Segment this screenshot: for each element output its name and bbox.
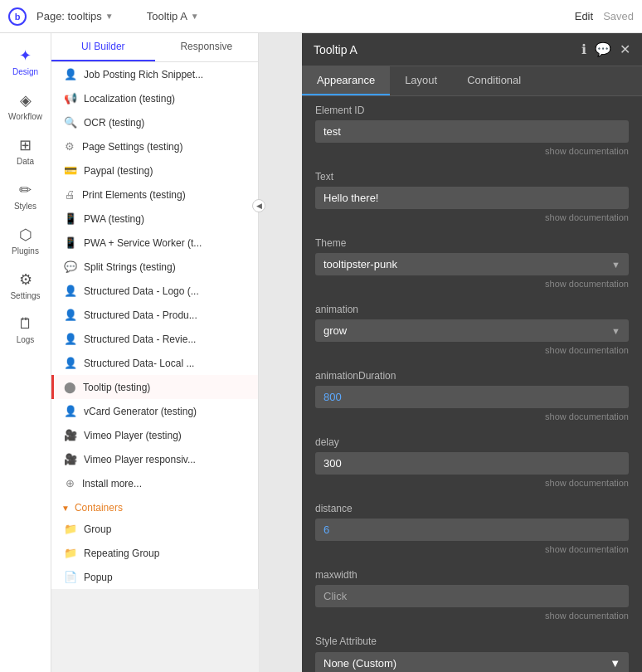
saved-label: Saved: [603, 10, 634, 22]
plugin-list-item[interactable]: 📢Localization (testing): [51, 86, 258, 110]
animation-value: grow: [323, 324, 347, 337]
text-show-doc[interactable]: show documentation: [315, 212, 629, 227]
page-chevron-icon: ▼: [105, 12, 114, 21]
container-list-item[interactable]: 📁Group: [51, 517, 258, 541]
distance-input[interactable]: 6: [315, 519, 629, 541]
containers-section-header[interactable]: ▼Containers: [51, 495, 258, 517]
text-input[interactable]: Hello there!: [315, 187, 629, 209]
plugin-item-icon: ⚙: [64, 140, 75, 153]
plugin-item-label: PWA + Service Worker (t...: [84, 237, 202, 249]
plugin-list-item[interactable]: 👤Structured Data - Produ...: [51, 303, 258, 327]
edit-button[interactable]: Edit: [575, 10, 593, 22]
tab-ui-builder[interactable]: UI Builder: [51, 33, 155, 61]
delay-input[interactable]: 300: [315, 452, 629, 475]
sidebar-item-label-plugins: Plugins: [12, 246, 39, 256]
sidebar-item-data[interactable]: ⊞ Data: [0, 129, 51, 173]
sidebar-item-workflow[interactable]: ◈ Workflow: [0, 85, 51, 128]
plugin-item-label: Page Settings (testing): [82, 141, 182, 153]
plugin-list-item[interactable]: ⊕Install more...: [51, 471, 258, 495]
plugin-item-label: Vimeo Player responsiv...: [84, 454, 196, 465]
plugin-item-icon: 🖨: [64, 188, 75, 201]
styles-icon: ✏: [19, 181, 32, 199]
plugin-item-icon: 🔍: [64, 116, 77, 129]
plugin-item-label: Vimeo Player (testing): [84, 430, 182, 441]
field-animation: animation grow ▼ show documentation: [302, 295, 642, 362]
workflow-icon: ◈: [20, 91, 32, 110]
plugin-item-icon: ⬤: [64, 381, 76, 393]
sidebar-item-label-settings: Settings: [10, 291, 40, 300]
animation-duration-input[interactable]: 800: [315, 386, 629, 408]
animation-duration-show-doc[interactable]: show documentation: [315, 411, 629, 426]
plugin-item-label: PWA (testing): [84, 213, 144, 225]
plugin-list-item[interactable]: ⬤Tooltip (testing): [51, 375, 258, 399]
plugin-list-item[interactable]: 💳Paypal (testing): [51, 158, 258, 183]
sidebar-item-settings[interactable]: ⚙ Settings: [0, 264, 51, 307]
plugin-list-item[interactable]: 🖨Print Elements (testing): [51, 183, 258, 207]
plugin-item-label: Paypal (testing): [84, 165, 153, 177]
container-item-label: Repeating Group: [84, 548, 159, 559]
theme-value: tooltipster-punk: [323, 258, 397, 270]
tooltip-selector[interactable]: Tooltip A ▼: [147, 10, 565, 22]
sidebar-item-label-data: Data: [17, 157, 34, 166]
animation-select[interactable]: grow ▼: [315, 319, 629, 342]
plugin-list-item[interactable]: ⚙Page Settings (testing): [51, 134, 258, 158]
container-list-item[interactable]: 📁Repeating Group: [51, 541, 258, 565]
plugin-item-label: Structured Data - Revie...: [84, 334, 196, 345]
container-list-item[interactable]: 📄Popup: [51, 565, 258, 589]
sidebar-item-plugins[interactable]: ⬡ Plugins: [0, 219, 51, 262]
plugin-list-item[interactable]: 👤vCard Generator (testing): [51, 399, 258, 423]
plugin-list-item[interactable]: 💬Split Strings (testing): [51, 255, 258, 279]
tab-responsive[interactable]: Responsive: [155, 33, 259, 61]
distance-show-doc[interactable]: show documentation: [315, 543, 629, 559]
sidebar-item-logs[interactable]: 🗒 Logs: [0, 309, 51, 351]
tooltip-panel-header: Tooltip A ℹ 💬 ✕: [302, 33, 642, 66]
plugin-list-item[interactable]: 👤Structured Data - Revie...: [51, 327, 258, 351]
plugin-item-label: Structured Data - Produ...: [84, 309, 197, 321]
animation-show-doc[interactable]: show documentation: [315, 344, 629, 360]
plugin-list: UI Builder Responsive 👤Job Posting Rich …: [51, 33, 259, 589]
plugin-list-item[interactable]: 🎥Vimeo Player responsiv...: [51, 447, 258, 471]
plugin-list-item[interactable]: 🔍OCR (testing): [51, 110, 258, 134]
container-item-label: Popup: [84, 572, 113, 583]
plugins-icon: ⬡: [19, 226, 32, 244]
plugin-item-icon: ⊕: [64, 477, 75, 489]
plugin-list-wrapper: UI Builder Responsive 👤Job Posting Rich …: [51, 33, 259, 672]
element-id-input[interactable]: test: [315, 120, 629, 143]
plugin-list-item[interactable]: 👤Structured Data- Local ...: [51, 351, 258, 375]
animation-duration-label: animationDuration: [315, 370, 629, 382]
top-bar: b Page: tooltips ▼ Tooltip A ▼ Edit Save…: [0, 0, 642, 33]
delay-show-doc[interactable]: show documentation: [315, 477, 629, 493]
plugin-list-item[interactable]: 👤Job Posting Rich Snippet...: [51, 62, 258, 86]
chat-icon[interactable]: 💬: [595, 41, 611, 57]
theme-show-doc[interactable]: show documentation: [315, 278, 629, 294]
plugin-list-item[interactable]: 📱PWA (testing): [51, 207, 258, 231]
maxwidth-input[interactable]: Click: [315, 585, 629, 607]
tab-layout[interactable]: Layout: [390, 66, 452, 95]
style-attribute-select[interactable]: None (Custom) ▼: [315, 652, 629, 672]
tooltip-panel-title: Tooltip A: [314, 43, 575, 56]
sidebar-item-label-design: Design: [12, 67, 38, 76]
element-id-show-doc[interactable]: show documentation: [315, 145, 629, 161]
info-icon[interactable]: ℹ: [581, 41, 586, 57]
sidebar-item-styles[interactable]: ✏ Styles: [0, 174, 51, 217]
text-label: Text: [315, 171, 629, 183]
collapse-button[interactable]: ◀: [252, 199, 265, 212]
tab-conditional[interactable]: Conditional: [452, 66, 536, 95]
plugin-list-item[interactable]: 📱PWA + Service Worker (t...: [51, 231, 258, 255]
field-theme: Theme tooltipster-punk ▼ show documentat…: [302, 229, 642, 295]
plugin-list-item[interactable]: 👤Structured Data - Logo (...: [51, 279, 258, 303]
plugin-item-icon: 🎥: [64, 429, 77, 441]
tab-appearance[interactable]: Appearance: [302, 66, 390, 95]
maxwidth-show-doc[interactable]: show documentation: [315, 610, 629, 626]
plugin-item-label: Localization (testing): [84, 93, 175, 105]
animation-chevron-icon: ▼: [611, 326, 620, 336]
plugin-list-item[interactable]: 🎥Vimeo Player (testing): [51, 423, 258, 447]
close-icon[interactable]: ✕: [620, 41, 630, 57]
main-layout: ✦ Design ◈ Workflow ⊞ Data ✏ Styles ⬡ Pl…: [0, 33, 642, 672]
sidebar-item-design[interactable]: ✦ Design: [0, 40, 51, 83]
plugin-item-label: Install more...: [82, 478, 142, 489]
plugin-item-label: vCard Generator (testing): [84, 406, 197, 417]
page-selector[interactable]: Page: tooltips ▼: [36, 10, 114, 22]
theme-select[interactable]: tooltipster-punk ▼: [315, 253, 629, 275]
icon-sidebar: ✦ Design ◈ Workflow ⊞ Data ✏ Styles ⬡ Pl…: [0, 33, 51, 672]
